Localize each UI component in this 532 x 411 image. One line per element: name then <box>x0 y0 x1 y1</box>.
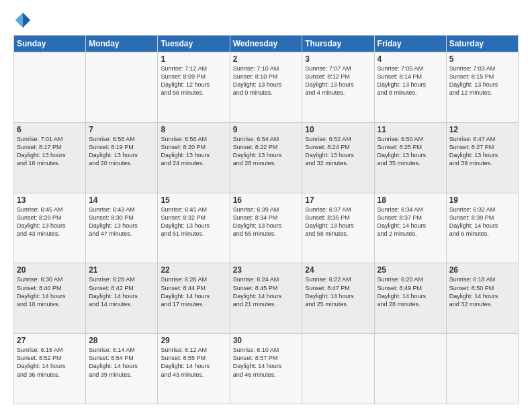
week-row-5: 27Sunrise: 6:16 AM Sunset: 8:52 PM Dayli… <box>14 334 519 404</box>
day-cell-3: 3Sunrise: 7:07 AM Sunset: 8:12 PM Daylig… <box>302 52 374 123</box>
day-cell-2: 2Sunrise: 7:10 AM Sunset: 8:10 PM Daylig… <box>230 52 302 123</box>
day-info: Sunrise: 6:18 AM Sunset: 8:50 PM Dayligh… <box>449 275 515 308</box>
day-cell-4: 4Sunrise: 7:05 AM Sunset: 8:14 PM Daylig… <box>374 52 446 123</box>
day-number: 3 <box>305 54 371 64</box>
day-cell-13: 13Sunrise: 6:45 AM Sunset: 8:29 PM Dayli… <box>14 193 86 263</box>
day-info: Sunrise: 6:43 AM Sunset: 8:30 PM Dayligh… <box>89 205 154 238</box>
day-info: Sunrise: 6:32 AM Sunset: 8:39 PM Dayligh… <box>449 205 515 238</box>
day-number: 12 <box>449 125 515 134</box>
week-row-2: 6Sunrise: 7:01 AM Sunset: 8:17 PM Daylig… <box>14 122 519 193</box>
day-info: Sunrise: 6:56 AM Sunset: 8:20 PM Dayligh… <box>161 135 226 168</box>
day-cell-5: 5Sunrise: 7:03 AM Sunset: 8:15 PM Daylig… <box>446 52 518 123</box>
day-number: 29 <box>161 336 226 345</box>
svg-marker-0 <box>23 13 30 28</box>
day-cell-28: 28Sunrise: 6:14 AM Sunset: 8:54 PM Dayli… <box>86 334 158 404</box>
page: SundayMondayTuesdayWednesdayThursdayFrid… <box>0 0 532 411</box>
day-number: 20 <box>17 265 83 275</box>
day-number: 9 <box>233 125 300 134</box>
day-cell-22: 22Sunrise: 6:26 AM Sunset: 8:44 PM Dayli… <box>158 263 230 334</box>
weekday-header-thursday: Thursday <box>302 36 374 52</box>
day-number: 10 <box>305 125 371 134</box>
day-cell-9: 9Sunrise: 6:54 AM Sunset: 8:22 PM Daylig… <box>230 122 302 193</box>
day-info: Sunrise: 6:34 AM Sunset: 8:37 PM Dayligh… <box>378 205 443 238</box>
day-number: 17 <box>305 195 371 205</box>
day-number: 16 <box>233 195 300 205</box>
day-info: Sunrise: 6:54 AM Sunset: 8:22 PM Dayligh… <box>233 135 300 168</box>
day-number: 1 <box>161 54 226 64</box>
day-info: Sunrise: 6:39 AM Sunset: 8:34 PM Dayligh… <box>233 205 300 238</box>
day-info: Sunrise: 6:47 AM Sunset: 8:27 PM Dayligh… <box>449 135 515 168</box>
day-number: 30 <box>233 336 300 345</box>
day-cell-6: 6Sunrise: 7:01 AM Sunset: 8:17 PM Daylig… <box>14 122 86 193</box>
day-cell-27: 27Sunrise: 6:16 AM Sunset: 8:52 PM Dayli… <box>14 334 86 404</box>
day-number: 13 <box>17 195 83 205</box>
day-cell-26: 26Sunrise: 6:18 AM Sunset: 8:50 PM Dayli… <box>446 263 518 334</box>
day-number: 18 <box>378 195 443 205</box>
day-cell-15: 15Sunrise: 6:41 AM Sunset: 8:32 PM Dayli… <box>158 193 230 263</box>
day-number: 7 <box>89 125 154 134</box>
day-info: Sunrise: 6:52 AM Sunset: 8:24 PM Dayligh… <box>305 135 371 168</box>
day-number: 23 <box>233 265 300 275</box>
week-row-4: 20Sunrise: 6:30 AM Sunset: 8:40 PM Dayli… <box>14 263 519 334</box>
header <box>13 11 519 30</box>
day-number: 2 <box>233 54 300 64</box>
day-info: Sunrise: 7:05 AM Sunset: 8:14 PM Dayligh… <box>378 64 443 97</box>
day-cell-12: 12Sunrise: 6:47 AM Sunset: 8:27 PM Dayli… <box>446 122 518 193</box>
day-number: 25 <box>378 265 443 275</box>
day-cell-18: 18Sunrise: 6:34 AM Sunset: 8:37 PM Dayli… <box>374 193 446 263</box>
day-info: Sunrise: 6:16 AM Sunset: 8:52 PM Dayligh… <box>17 346 83 379</box>
week-row-1: 1Sunrise: 7:12 AM Sunset: 8:09 PM Daylig… <box>14 52 519 123</box>
empty-cell <box>14 52 86 123</box>
calendar-table: SundayMondayTuesdayWednesdayThursdayFrid… <box>13 35 519 404</box>
day-info: Sunrise: 6:58 AM Sunset: 8:19 PM Dayligh… <box>89 135 154 168</box>
day-cell-1: 1Sunrise: 7:12 AM Sunset: 8:09 PM Daylig… <box>158 52 230 123</box>
day-number: 6 <box>17 125 83 134</box>
day-cell-20: 20Sunrise: 6:30 AM Sunset: 8:40 PM Dayli… <box>14 263 86 334</box>
day-info: Sunrise: 6:50 AM Sunset: 8:25 PM Dayligh… <box>378 135 443 168</box>
week-row-3: 13Sunrise: 6:45 AM Sunset: 8:29 PM Dayli… <box>14 193 519 263</box>
weekday-header-friday: Friday <box>374 36 446 52</box>
empty-cell <box>374 334 446 404</box>
day-number: 26 <box>449 265 515 275</box>
svg-marker-1 <box>15 13 23 28</box>
empty-cell <box>302 334 374 404</box>
day-info: Sunrise: 6:45 AM Sunset: 8:29 PM Dayligh… <box>17 205 83 238</box>
day-number: 4 <box>378 54 443 64</box>
weekday-header-tuesday: Tuesday <box>158 36 230 52</box>
day-cell-16: 16Sunrise: 6:39 AM Sunset: 8:34 PM Dayli… <box>230 193 302 263</box>
day-number: 28 <box>89 336 154 345</box>
day-info: Sunrise: 6:10 AM Sunset: 8:57 PM Dayligh… <box>233 346 300 379</box>
day-number: 19 <box>449 195 515 205</box>
day-cell-10: 10Sunrise: 6:52 AM Sunset: 8:24 PM Dayli… <box>302 122 374 193</box>
day-info: Sunrise: 6:20 AM Sunset: 8:49 PM Dayligh… <box>378 275 443 308</box>
empty-cell <box>86 52 158 123</box>
day-number: 22 <box>161 265 226 275</box>
day-number: 21 <box>89 265 154 275</box>
day-info: Sunrise: 6:24 AM Sunset: 8:45 PM Dayligh… <box>233 275 300 308</box>
day-number: 27 <box>17 336 83 345</box>
day-info: Sunrise: 6:28 AM Sunset: 8:42 PM Dayligh… <box>89 275 154 308</box>
weekday-header-row: SundayMondayTuesdayWednesdayThursdayFrid… <box>14 36 519 52</box>
day-info: Sunrise: 6:22 AM Sunset: 8:47 PM Dayligh… <box>305 275 371 308</box>
day-info: Sunrise: 7:12 AM Sunset: 8:09 PM Dayligh… <box>161 64 226 97</box>
day-cell-30: 30Sunrise: 6:10 AM Sunset: 8:57 PM Dayli… <box>230 334 302 404</box>
day-info: Sunrise: 6:37 AM Sunset: 8:35 PM Dayligh… <box>305 205 371 238</box>
day-info: Sunrise: 6:30 AM Sunset: 8:40 PM Dayligh… <box>17 275 83 308</box>
day-cell-29: 29Sunrise: 6:12 AM Sunset: 8:55 PM Dayli… <box>158 334 230 404</box>
weekday-header-sunday: Sunday <box>14 36 86 52</box>
day-number: 8 <box>161 125 226 134</box>
day-cell-8: 8Sunrise: 6:56 AM Sunset: 8:20 PM Daylig… <box>158 122 230 193</box>
day-cell-7: 7Sunrise: 6:58 AM Sunset: 8:19 PM Daylig… <box>86 122 158 193</box>
day-info: Sunrise: 6:14 AM Sunset: 8:54 PM Dayligh… <box>89 346 154 379</box>
day-cell-21: 21Sunrise: 6:28 AM Sunset: 8:42 PM Dayli… <box>86 263 158 334</box>
day-cell-24: 24Sunrise: 6:22 AM Sunset: 8:47 PM Dayli… <box>302 263 374 334</box>
day-cell-25: 25Sunrise: 6:20 AM Sunset: 8:49 PM Dayli… <box>374 263 446 334</box>
day-info: Sunrise: 6:41 AM Sunset: 8:32 PM Dayligh… <box>161 205 226 238</box>
weekday-header-monday: Monday <box>86 36 158 52</box>
day-number: 24 <box>305 265 371 275</box>
day-info: Sunrise: 6:12 AM Sunset: 8:55 PM Dayligh… <box>161 346 226 379</box>
day-cell-23: 23Sunrise: 6:24 AM Sunset: 8:45 PM Dayli… <box>230 263 302 334</box>
day-number: 14 <box>89 195 154 205</box>
weekday-header-wednesday: Wednesday <box>230 36 302 52</box>
weekday-header-saturday: Saturday <box>446 36 518 52</box>
